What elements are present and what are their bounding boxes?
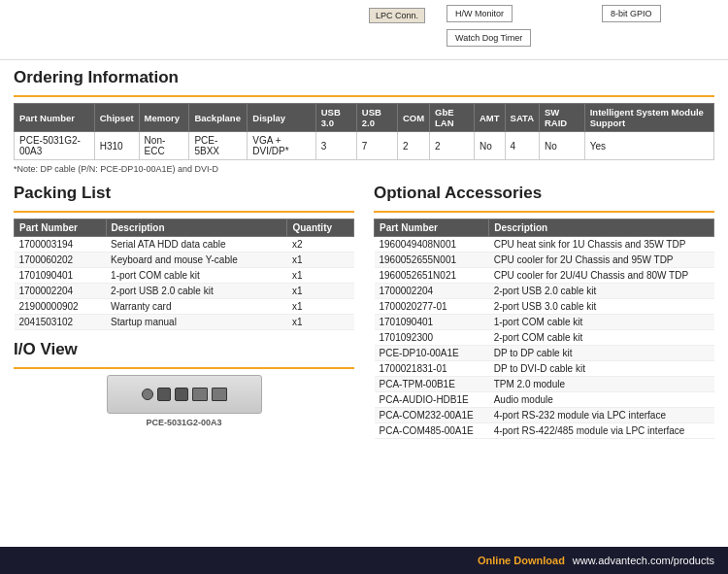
ordering-note: *Note: DP cable (P/N: PCE-DP10-00A1E) an… — [14, 164, 714, 174]
pack-col-desc: Description — [106, 219, 287, 237]
optional-cell: 4-port RS-422/485 module via LPC interfa… — [489, 423, 714, 439]
packing-cell: 1700060202 — [15, 253, 107, 268]
watchdog-label: Watch Dog Timer — [455, 33, 522, 43]
ordering-section: Ordering Information Part Number Chipset… — [14, 68, 714, 174]
main-content: Ordering Information Part Number Chipset… — [0, 60, 728, 447]
optional-row: PCA-TPM-00B1ETPM 2.0 module — [375, 377, 714, 392]
packing-header-row: Part Number Description Quantity — [15, 219, 354, 237]
packing-divider — [14, 211, 354, 213]
packing-row: 2041503102Startup manualx1 — [15, 315, 354, 330]
optional-cell: CPU cooler for 2U Chassis and 95W TDP — [489, 253, 714, 268]
io-divider — [14, 367, 354, 369]
two-col-layout: Packing List Part Number Description Qua… — [14, 184, 714, 439]
optional-row: 1700021831-01DP to DVI-D cable kit — [375, 361, 714, 377]
optional-row: 17010904011-port COM cable kit — [375, 315, 714, 330]
io-title: I/O View — [14, 340, 354, 361]
gpio-box: 8-bit GPIO — [602, 5, 661, 22]
optional-row: PCA-AUDIO-HDB1EAudio module — [375, 392, 714, 408]
col-display: Display — [248, 104, 315, 132]
col-sata: SATA — [505, 104, 539, 132]
optional-cell: TPM 2.0 module — [489, 377, 714, 392]
packing-cell: 1701090401 — [15, 268, 107, 284]
ordering-cell: 7 — [356, 132, 397, 160]
optional-row: PCE-DP10-00A1EDP to DP cable kit — [375, 346, 714, 361]
opt-col-desc: Description — [489, 219, 714, 237]
packing-cell: x1 — [287, 284, 354, 299]
packing-row: 1700003194Serial ATA HDD data cablex2 — [15, 237, 354, 253]
ordering-cell: 4 — [505, 132, 539, 160]
io-port-dp1 — [175, 388, 188, 401]
optional-row: PCA-COM485-00A1E4-port RS-422/485 module… — [375, 423, 714, 439]
io-image-area: PCE-5031G2-00A3 — [14, 375, 354, 427]
col-backplane: Backplane — [189, 104, 248, 132]
right-col: Optional Accessories Part Number Descrip… — [374, 184, 714, 439]
io-port-serial — [142, 388, 153, 400]
ordering-cell: 2 — [430, 132, 475, 160]
footer-url: www.advantech.com/products — [573, 555, 714, 566]
col-chipset: Chipset — [94, 104, 139, 132]
packing-cell: 2041503102 — [15, 315, 107, 330]
io-device — [107, 375, 262, 414]
io-section: I/O View PCE-5031G2-00A3 — [14, 340, 354, 427]
optional-cell: 2-port COM cable kit — [489, 330, 714, 346]
ordering-cell: PCE-5031G2-00A3 — [15, 132, 95, 160]
col-com: COM — [397, 104, 429, 132]
ordering-table: Part Number Chipset Memory Backplane Dis… — [14, 103, 714, 160]
optional-cell: DP to DVI-D cable kit — [489, 361, 714, 377]
packing-cell: x1 — [287, 253, 354, 268]
col-amt: AMT — [474, 104, 505, 132]
optional-cell: 1700020277-01 — [375, 299, 489, 315]
optional-row: 1700020277-012-port USB 3.0 cable kit — [375, 299, 714, 315]
io-port-eth2 — [212, 388, 227, 401]
pack-col-part: Part Number — [15, 219, 107, 237]
col-part-number: Part Number — [15, 104, 95, 132]
packing-cell: Warranty card — [106, 299, 287, 315]
optional-cell: PCA-COM232-00A1E — [375, 408, 489, 423]
packing-table: Part Number Description Quantity 1700003… — [14, 219, 354, 330]
lpc-conn-box: LPC Conn. — [369, 8, 425, 23]
optional-row: 17010923002-port COM cable kit — [375, 330, 714, 346]
ordering-row: PCE-5031G2-00A3H310Non-ECCPCE-5BXXVGA + … — [15, 132, 714, 160]
packing-cell: x2 — [287, 237, 354, 253]
top-diagram: LPC Conn. H/W Monitor Watch Dog Timer 8-… — [0, 0, 728, 60]
packing-cell: 1700002204 — [15, 284, 107, 299]
packing-cell: 2-port USB 2.0 cable kit — [106, 284, 287, 299]
optional-row: 1960052655N001CPU cooler for 2U Chassis … — [375, 253, 714, 268]
gpio-label: 8-bit GPIO — [611, 9, 652, 18]
optional-cell: 1701090401 — [375, 315, 489, 330]
ordering-cell: PCE-5BXX — [189, 132, 248, 160]
ordering-cell: Non-ECC — [139, 132, 189, 160]
packing-cell: Startup manual — [106, 315, 287, 330]
col-gbelan: GbE LAN — [430, 104, 475, 132]
io-port-eth1 — [192, 388, 208, 401]
packing-cell: Keyboard and mouse Y-cable — [106, 253, 287, 268]
optional-cell: PCA-COM485-00A1E — [375, 423, 489, 439]
ordering-title: Ordering Information — [14, 68, 714, 89]
packing-cell: x1 — [287, 299, 354, 315]
watchdog-box: Watch Dog Timer — [447, 29, 531, 47]
optional-cell: 1700021831-01 — [375, 361, 489, 377]
optional-cell: 1960049408N001 — [375, 237, 489, 253]
packing-cell: x1 — [287, 268, 354, 284]
optional-divider — [374, 211, 714, 213]
lpc-conn-label: LPC Conn. — [376, 11, 418, 20]
col-usb20: USB 2.0 — [356, 104, 397, 132]
optional-table: Part Number Description 1960049408N001CP… — [374, 219, 714, 439]
optional-row: 1960052651N021CPU cooler for 2U/4U Chass… — [375, 268, 714, 284]
optional-cell: DP to DP cable kit — [489, 346, 714, 361]
packing-row: 1700060202Keyboard and mouse Y-cablex1 — [15, 253, 354, 268]
optional-row: 1960049408N001CPU heat sink for 1U Chass… — [375, 237, 714, 253]
left-col: Packing List Part Number Description Qua… — [14, 184, 354, 439]
optional-cell: Audio module — [489, 392, 714, 408]
optional-cell: 1701092300 — [375, 330, 489, 346]
optional-cell: 1700002204 — [375, 284, 489, 299]
packing-section: Packing List Part Number Description Qua… — [14, 184, 354, 330]
packing-row: 17000022042-port USB 2.0 cable kitx1 — [15, 284, 354, 299]
optional-section: Optional Accessories Part Number Descrip… — [374, 184, 714, 439]
packing-row: 21900000902Warranty cardx1 — [15, 299, 354, 315]
packing-cell: 21900000902 — [15, 299, 107, 315]
packing-row: 17010904011-port COM cable kitx1 — [15, 268, 354, 284]
ordering-cell: No — [474, 132, 505, 160]
packing-cell: Serial ATA HDD data cable — [106, 237, 287, 253]
opt-header-row: Part Number Description — [375, 219, 714, 237]
